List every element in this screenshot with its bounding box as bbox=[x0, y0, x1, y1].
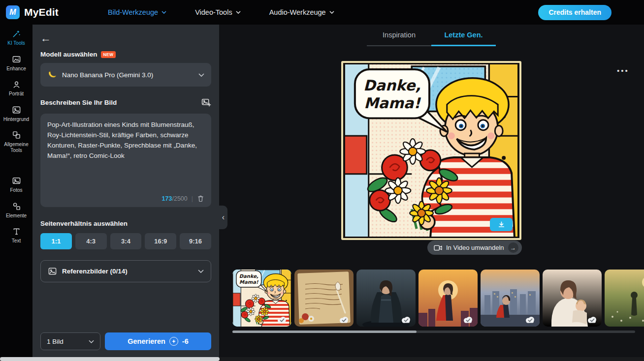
left-icon-rail: KI Tools Enhance Porträt Hintergrund All… bbox=[0, 25, 32, 361]
rail-divider bbox=[0, 157, 32, 172]
history-scrollbar-track bbox=[232, 331, 635, 333]
cloud-synced-icon bbox=[462, 316, 474, 324]
rail-item-portrait[interactable]: Porträt bbox=[0, 75, 32, 101]
ratio-3-4-button[interactable]: 3:4 bbox=[110, 233, 142, 249]
reference-images-label: Referenzbilder (0/14) bbox=[62, 268, 193, 275]
chevron-down-icon bbox=[198, 270, 204, 273]
nav-image-tools[interactable]: Bild-Werkzeuge bbox=[108, 8, 166, 16]
chevron-down-icon bbox=[89, 340, 94, 343]
banana-icon bbox=[47, 70, 57, 80]
cloud-synced-icon bbox=[400, 316, 412, 324]
nav-image-tools-label: Bild-Werkzeuge bbox=[108, 8, 158, 16]
generation-history-strip bbox=[232, 270, 644, 327]
chevron-down-icon bbox=[329, 11, 334, 14]
char-count: 173 bbox=[162, 195, 172, 202]
history-scrollbar-thumb[interactable] bbox=[232, 331, 417, 333]
rail-label: Elemente bbox=[6, 213, 27, 219]
rail-item-elements[interactable]: Elemente bbox=[0, 197, 32, 223]
result-area: Inspiration Letzte Gen. ••• In Video umw… bbox=[219, 25, 644, 361]
rail-item-general-tools[interactable]: Allgemeine Tools bbox=[0, 126, 32, 157]
rail-label: Enhance bbox=[6, 66, 26, 72]
nav-video-tools-label: Video-Tools bbox=[195, 8, 232, 16]
ratio-9-16-button[interactable]: 9:16 bbox=[180, 233, 211, 249]
popart-artwork bbox=[343, 63, 519, 238]
myedit-logo[interactable]: M MyEdit bbox=[6, 5, 59, 19]
nav-audio-tools[interactable]: Audio-Werkzeuge bbox=[269, 8, 334, 16]
generated-image[interactable] bbox=[341, 61, 521, 240]
chevron-down-icon bbox=[198, 73, 204, 77]
aspect-ratio-label: Seitenverhältnis auswählen bbox=[40, 220, 211, 227]
rail-item-background[interactable]: Hintergrund bbox=[0, 101, 32, 126]
image-count-value: 1 Bild bbox=[47, 338, 89, 345]
ratio-1-1-button[interactable]: 1:1 bbox=[40, 233, 72, 249]
model-section-label: Modell auswählen bbox=[40, 51, 97, 58]
nav-audio-tools-label: Audio-Werkzeuge bbox=[269, 8, 326, 16]
magic-wand-icon bbox=[12, 29, 21, 38]
cloud-synced-icon bbox=[276, 316, 288, 324]
rail-item-ki-tools[interactable]: KI Tools bbox=[0, 25, 32, 50]
ratio-16-9-button[interactable]: 16:9 bbox=[145, 233, 176, 249]
meta-divider: | bbox=[192, 195, 193, 202]
elements-icon bbox=[12, 202, 21, 211]
portrait-icon bbox=[12, 80, 21, 89]
ratio-4-3-button[interactable]: 4:3 bbox=[75, 233, 107, 249]
download-button[interactable] bbox=[490, 218, 513, 231]
background-icon bbox=[12, 105, 21, 115]
generate-button[interactable]: Generieren -6 bbox=[105, 332, 211, 350]
nav-video-tools[interactable]: Video-Tools bbox=[195, 8, 241, 16]
rail-item-text[interactable]: Text bbox=[0, 222, 32, 248]
brand-name: MyEdit bbox=[24, 6, 59, 18]
prompt-input[interactable]: Pop-Art-Illustration eines Kinds mit Blu… bbox=[47, 120, 204, 195]
thumbnail-letter[interactable] bbox=[294, 270, 354, 327]
result-tabs: Inspiration Letzte Gen. bbox=[367, 31, 496, 46]
cloud-synced-icon bbox=[338, 316, 350, 324]
reference-images-dropdown[interactable]: Referenzbilder (0/14) bbox=[40, 260, 211, 282]
prompt-box: Pop-Art-Illustration eines Kinds mit Blu… bbox=[40, 114, 211, 207]
cloud-synced-icon bbox=[586, 316, 598, 324]
thumbnail-dark-hero[interactable] bbox=[356, 270, 416, 327]
rail-label: Fotos bbox=[10, 187, 22, 193]
picture-icon bbox=[48, 267, 57, 276]
rail-item-enhance[interactable]: Enhance bbox=[0, 50, 32, 76]
back-button[interactable]: ← bbox=[40, 32, 53, 44]
field-art bbox=[605, 270, 644, 327]
arrow-right-icon: → bbox=[508, 242, 518, 253]
convert-to-video-label: In Video umwandeln bbox=[446, 244, 504, 251]
thumbnail-mother-baby[interactable] bbox=[543, 270, 602, 327]
rail-label: KI Tools bbox=[7, 40, 25, 46]
cloud-synced-icon bbox=[524, 316, 536, 324]
describe-label: Beschreiben Sie Ihr Bild bbox=[40, 99, 117, 106]
thumbnail-sunset-hero[interactable] bbox=[419, 270, 478, 327]
more-options-button[interactable]: ••• bbox=[617, 66, 629, 75]
thumbnail-city-hero[interactable] bbox=[481, 270, 540, 327]
rail-item-photos[interactable]: Fotos bbox=[0, 172, 32, 197]
rail-label: Allgemeine Tools bbox=[1, 142, 32, 153]
top-navbar: M MyEdit Bild-Werkzeuge Video-Tools Audi… bbox=[0, 0, 644, 25]
tab-inspiration[interactable]: Inspiration bbox=[367, 31, 431, 46]
get-credits-button[interactable]: Credits erhalten bbox=[538, 5, 612, 20]
enhance-icon bbox=[12, 55, 21, 64]
add-image-icon[interactable] bbox=[201, 97, 211, 108]
panel-collapse-handle[interactable]: ‹ bbox=[219, 206, 227, 229]
model-select[interactable]: Nano Banana Pro (Gemini 3.0) bbox=[40, 63, 211, 87]
chevron-down-icon bbox=[236, 11, 241, 14]
trash-icon bbox=[197, 195, 204, 202]
tab-latest-generations[interactable]: Letzte Gen. bbox=[431, 31, 496, 46]
thumbnail-field[interactable] bbox=[605, 270, 644, 327]
page-scrollbar-track bbox=[0, 357, 644, 361]
generate-cost: -6 bbox=[182, 337, 189, 345]
rail-label: Text bbox=[12, 238, 21, 244]
clear-prompt-button[interactable] bbox=[197, 195, 204, 202]
credits-spark-icon bbox=[169, 337, 178, 346]
convert-to-video-button[interactable]: In Video umwandeln → bbox=[427, 241, 522, 255]
general-tools-icon bbox=[12, 130, 21, 140]
image-count-select[interactable]: 1 Bild bbox=[40, 332, 100, 350]
generator-panel: ← Modell auswählen NEW Nano Banana Pro (… bbox=[32, 25, 219, 361]
aspect-ratio-group: 1:1 4:3 3:4 16:9 9:16 bbox=[40, 233, 211, 249]
new-badge: NEW bbox=[101, 51, 116, 58]
page-scrollbar-thumb[interactable] bbox=[0, 357, 220, 361]
rail-label: Porträt bbox=[9, 91, 24, 97]
myedit-logo-icon: M bbox=[6, 5, 20, 19]
thumbnail-popart-selected[interactable] bbox=[232, 270, 291, 327]
rail-label: Hintergrund bbox=[3, 117, 29, 122]
